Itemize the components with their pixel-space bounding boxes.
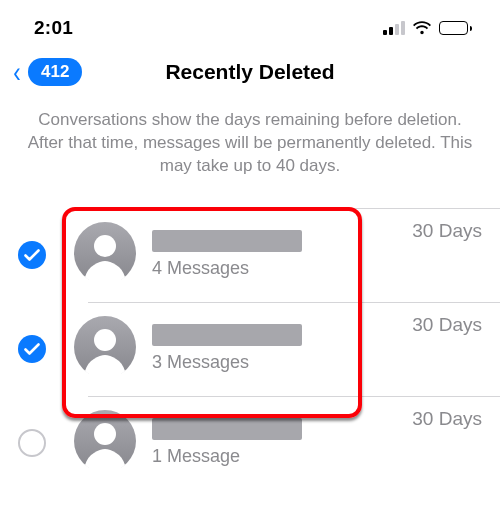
checkbox-unchecked-icon[interactable]: [18, 429, 46, 457]
list-item[interactable]: 4 Messages 30 Days: [0, 208, 500, 302]
row-main: 1 Message: [152, 418, 412, 467]
wifi-icon: [412, 21, 432, 35]
list-item[interactable]: 1 Message 30 Days: [0, 396, 500, 490]
description-text: Conversations show the days remaining be…: [0, 109, 500, 178]
conversation-list: 4 Messages 30 Days 3 Messages 30 Days: [0, 208, 500, 490]
row-main: 4 Messages: [152, 230, 412, 279]
checkbox-checked-icon[interactable]: [18, 335, 46, 363]
days-remaining: 30 Days: [412, 314, 482, 336]
days-remaining: 30 Days: [412, 220, 482, 242]
status-time: 2:01: [34, 17, 73, 39]
row-main: 3 Messages: [152, 324, 412, 373]
back-button[interactable]: ‹ 412: [12, 57, 82, 87]
svg-point-1: [94, 235, 116, 257]
message-count: 4 Messages: [152, 258, 412, 279]
list-item[interactable]: 3 Messages 30 Days: [0, 302, 500, 396]
chevron-left-icon: ‹: [13, 57, 21, 87]
avatar-icon: [74, 410, 136, 476]
cellular-icon: [383, 21, 405, 35]
avatar-icon: [74, 222, 136, 288]
redacted-name: [152, 418, 302, 440]
redacted-name: [152, 230, 302, 252]
checkbox-checked-icon[interactable]: [18, 241, 46, 269]
message-count: 1 Message: [152, 446, 412, 467]
redacted-name: [152, 324, 302, 346]
message-count: 3 Messages: [152, 352, 412, 373]
battery-icon: [439, 21, 472, 35]
back-badge-count: 412: [28, 58, 82, 85]
svg-point-5: [94, 423, 116, 445]
avatar-icon: [74, 316, 136, 382]
status-icons: [383, 21, 472, 35]
svg-point-3: [94, 329, 116, 351]
nav-bar: ‹ 412 Recently Deleted: [0, 48, 500, 96]
days-remaining: 30 Days: [412, 408, 482, 430]
status-bar: 2:01: [0, 0, 500, 48]
